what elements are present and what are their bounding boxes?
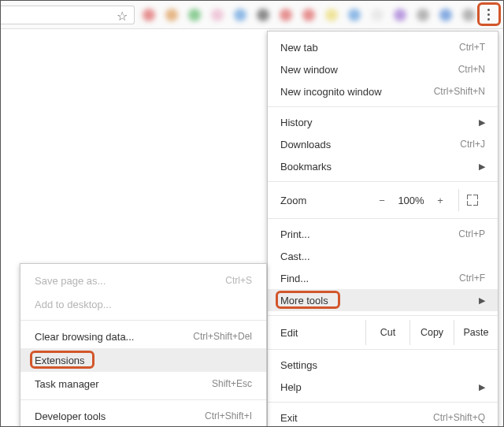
menu-separator <box>20 320 266 321</box>
extension-icon[interactable] <box>165 9 178 21</box>
menu-cast[interactable]: Cast... <box>268 245 498 267</box>
extension-icon[interactable] <box>211 9 224 21</box>
menu-label: Downloads <box>280 139 460 150</box>
menu-downloads[interactable]: Downloads Ctrl+J <box>268 133 498 155</box>
menu-bookmarks[interactable]: Bookmarks ▶ <box>268 155 498 177</box>
submenu-clear-data[interactable]: Clear browsing data... Ctrl+Shift+Del <box>20 325 266 348</box>
extension-icon[interactable] <box>348 9 361 21</box>
menu-new-incognito[interactable]: New incognito window Ctrl+Shift+N <box>268 80 498 102</box>
menu-label: More tools <box>280 295 476 306</box>
bookmark-star-icon[interactable]: ☆ <box>117 9 128 24</box>
menu-label: Bookmarks <box>280 161 476 173</box>
address-bar-end[interactable]: ☆ <box>1 6 135 24</box>
menu-new-tab[interactable]: New tab Ctrl+T <box>268 36 498 58</box>
cut-button[interactable]: Cut <box>365 320 410 345</box>
extension-icon[interactable] <box>394 9 406 21</box>
menu-help[interactable]: Help ▶ <box>268 376 498 398</box>
submenu-save-page[interactable]: Save page as... Ctrl+S <box>20 269 266 292</box>
menu-shortcut: Ctrl+Shift+I <box>205 410 252 421</box>
menu-label: Print... <box>280 228 458 240</box>
menu-shortcut: Ctrl+N <box>458 64 485 75</box>
extension-icon[interactable] <box>234 9 246 21</box>
menu-label: Help <box>280 381 476 393</box>
menu-separator <box>268 315 498 316</box>
fullscreen-icon <box>467 195 478 206</box>
menu-separator <box>268 402 498 403</box>
chevron-right-icon: ▶ <box>479 382 485 392</box>
menu-label: Find... <box>280 273 459 284</box>
extension-icon[interactable] <box>417 9 429 21</box>
menu-shortcut: Ctrl+Shift+Del <box>193 331 252 342</box>
menu-separator <box>268 106 498 107</box>
menu-label: History <box>280 117 476 128</box>
browser-toolbar: ☆ <box>1 1 503 29</box>
submenu-add-desktop[interactable]: Add to desktop... <box>20 292 266 316</box>
menu-shortcut: Ctrl+S <box>225 275 252 286</box>
menu-exit[interactable]: Exit Ctrl+Shift+Q <box>268 407 498 427</box>
copy-button[interactable]: Copy <box>410 320 454 345</box>
menu-label: Clear browsing data... <box>35 331 193 343</box>
menu-shortcut: Ctrl+J <box>460 139 485 150</box>
extension-icon[interactable] <box>280 9 292 21</box>
extension-icon[interactable] <box>439 9 452 21</box>
menu-separator <box>20 399 266 400</box>
more-tools-submenu: Save page as... Ctrl+S Add to desktop...… <box>20 263 267 427</box>
menu-new-window[interactable]: New window Ctrl+N <box>268 58 498 80</box>
menu-shortcut: Ctrl+Shift+N <box>434 86 485 97</box>
extension-icon[interactable] <box>143 9 155 21</box>
menu-shortcut: Ctrl+T <box>459 42 485 53</box>
menu-settings[interactable]: Settings <box>268 354 498 376</box>
menu-shortcut: Ctrl+Shift+Q <box>433 412 485 423</box>
extension-icon[interactable] <box>371 9 384 21</box>
zoom-value: 100% <box>394 195 428 206</box>
menu-shortcut: Ctrl+P <box>458 228 485 239</box>
zoom-out-button[interactable]: − <box>370 189 394 211</box>
fullscreen-button[interactable] <box>458 189 485 211</box>
menu-separator <box>268 181 498 182</box>
submenu-extensions[interactable]: Extensions <box>20 348 266 372</box>
menu-label: Add to desktop... <box>35 299 252 310</box>
extension-icon[interactable] <box>257 9 269 21</box>
menu-label: Developer tools <box>35 410 205 422</box>
extension-icon[interactable] <box>325 9 338 21</box>
menu-history[interactable]: History ▶ <box>268 111 498 133</box>
menu-edit-row: Edit Cut Copy Paste <box>268 320 498 345</box>
menu-separator <box>268 218 498 219</box>
menu-label: New tab <box>280 42 459 54</box>
menu-label: Zoom <box>280 195 370 206</box>
menu-shortcut: Shift+Esc <box>212 378 252 389</box>
chevron-right-icon: ▶ <box>479 162 485 172</box>
menu-label: Extensions <box>35 355 252 366</box>
menu-label: Task manager <box>35 378 212 390</box>
extension-icon[interactable] <box>302 9 315 21</box>
chrome-menu-button[interactable] <box>479 4 498 24</box>
submenu-dev-tools[interactable]: Developer tools Ctrl+Shift+I <box>20 404 266 427</box>
menu-label: Cast... <box>280 251 485 262</box>
extension-icon[interactable] <box>462 9 475 21</box>
paste-button[interactable]: Paste <box>454 320 498 345</box>
zoom-in-button[interactable]: + <box>428 189 452 211</box>
chevron-right-icon: ▶ <box>479 117 485 128</box>
menu-label: Save page as... <box>35 275 225 287</box>
menu-label: Settings <box>280 359 485 371</box>
menu-label: Exit <box>280 412 433 424</box>
chrome-main-menu: New tab Ctrl+T New window Ctrl+N New inc… <box>267 31 498 427</box>
submenu-task-manager[interactable]: Task manager Shift+Esc <box>20 372 266 395</box>
menu-find[interactable]: Find... Ctrl+F <box>268 267 498 289</box>
menu-label: Edit <box>280 327 365 339</box>
chevron-right-icon: ▶ <box>479 295 485 306</box>
menu-shortcut: Ctrl+F <box>459 273 485 284</box>
menu-more-tools[interactable]: More tools ▶ <box>268 289 498 311</box>
menu-separator <box>268 349 498 350</box>
extension-icons-row <box>143 9 475 21</box>
menu-zoom-row: Zoom − 100% + <box>268 186 498 214</box>
extension-icon[interactable] <box>188 9 201 21</box>
vertical-dots-icon <box>487 9 490 20</box>
menu-label: New incognito window <box>280 86 434 98</box>
menu-print[interactable]: Print... Ctrl+P <box>268 223 498 245</box>
menu-label: New window <box>280 64 458 76</box>
